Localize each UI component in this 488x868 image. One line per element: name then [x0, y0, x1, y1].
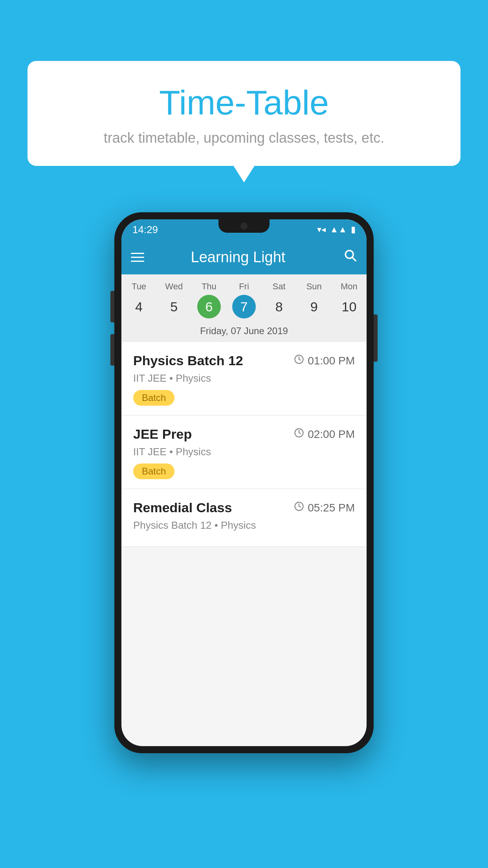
- bubble-title: Time-Table: [51, 83, 437, 123]
- svg-line-1: [352, 257, 356, 261]
- schedule-list: Physics Batch 12 01:00 PM IIT JEE • Phys…: [121, 342, 367, 547]
- time-value: 02:00 PM: [308, 428, 355, 441]
- item-meta: Physics Batch 12 • Physics: [133, 519, 355, 531]
- day-name: Fri: [239, 281, 249, 292]
- app-title: Learning Light: [132, 249, 344, 266]
- day-name: Thu: [202, 281, 216, 292]
- item-time: 05:25 PM: [294, 501, 355, 515]
- day-name: Mon: [341, 281, 358, 292]
- item-header: Physics Batch 12 01:00 PM: [133, 353, 355, 368]
- calendar-day-6[interactable]: Thu6: [191, 281, 226, 318]
- search-button[interactable]: [344, 249, 357, 266]
- item-header: JEE Prep 02:00 PM: [133, 427, 355, 442]
- calendar-day-4[interactable]: Tue4: [121, 281, 156, 318]
- item-meta: IIT JEE • Physics: [133, 372, 355, 384]
- batch-badge: Batch: [133, 390, 174, 406]
- item-time: 01:00 PM: [294, 354, 355, 368]
- day-number: 6: [197, 295, 221, 318]
- schedule-item-0[interactable]: Physics Batch 12 01:00 PM IIT JEE • Phys…: [121, 342, 367, 416]
- signal-icon: ▲▲: [330, 224, 347, 235]
- phone-notch: [218, 219, 270, 233]
- status-time: 14:29: [132, 224, 158, 236]
- status-icons: ▾◂ ▲▲ ▮: [317, 224, 356, 235]
- calendar-day-7[interactable]: Fri7: [226, 281, 261, 318]
- item-name: JEE Prep: [133, 427, 192, 442]
- day-name: Sun: [306, 281, 322, 292]
- time-value: 05:25 PM: [308, 502, 355, 514]
- volume-down-button: [110, 334, 114, 366]
- calendar-day-8[interactable]: Sat8: [262, 281, 297, 318]
- phone-screen: 14:29 ▾◂ ▲▲ ▮ Learning Light: [121, 219, 367, 746]
- clock-icon: [294, 354, 305, 368]
- phone-shell: 14:29 ▾◂ ▲▲ ▮ Learning Light: [114, 212, 374, 753]
- day-name: Sat: [273, 281, 286, 292]
- item-meta: IIT JEE • Physics: [133, 446, 355, 458]
- power-button: [374, 314, 378, 362]
- day-name: Wed: [165, 281, 183, 292]
- calendar-day-10[interactable]: Mon10: [332, 281, 367, 318]
- batch-badge: Batch: [133, 463, 174, 479]
- day-number: 10: [337, 295, 361, 318]
- item-name: Remedial Class: [133, 500, 232, 515]
- item-header: Remedial Class 05:25 PM: [133, 500, 355, 515]
- clock-icon: [294, 501, 305, 515]
- day-number: 7: [232, 295, 256, 318]
- selected-date-label: Friday, 07 June 2019: [121, 322, 367, 342]
- item-time: 02:00 PM: [294, 427, 355, 441]
- item-name: Physics Batch 12: [133, 353, 243, 368]
- speech-bubble: Time-Table track timetable, upcoming cla…: [28, 61, 460, 166]
- bubble-subtitle: track timetable, upcoming classes, tests…: [51, 130, 437, 146]
- schedule-item-2[interactable]: Remedial Class 05:25 PM Physics Batch 12…: [121, 489, 367, 547]
- day-number: 5: [162, 295, 186, 318]
- phone-mockup: 14:29 ▾◂ ▲▲ ▮ Learning Light: [114, 212, 374, 753]
- wifi-icon: ▾◂: [317, 224, 326, 235]
- time-value: 01:00 PM: [308, 355, 355, 367]
- app-bar: Learning Light: [121, 240, 367, 274]
- day-number: 4: [127, 295, 151, 318]
- battery-icon: ▮: [351, 224, 356, 235]
- svg-point-0: [345, 250, 353, 258]
- volume-up-button: [110, 291, 114, 322]
- calendar-section: Tue4Wed5Thu6Fri7Sat8Sun9Mon10 Friday, 07…: [121, 274, 367, 342]
- schedule-item-1[interactable]: JEE Prep 02:00 PM IIT JEE • Physics Batc…: [121, 416, 367, 489]
- day-number: 8: [267, 295, 291, 318]
- calendar-days-row: Tue4Wed5Thu6Fri7Sat8Sun9Mon10: [121, 274, 367, 322]
- speech-bubble-container: Time-Table track timetable, upcoming cla…: [28, 61, 460, 166]
- day-name: Tue: [132, 281, 146, 292]
- calendar-day-9[interactable]: Sun9: [297, 281, 332, 318]
- calendar-day-5[interactable]: Wed5: [156, 281, 191, 318]
- clock-icon: [294, 427, 305, 441]
- front-camera: [240, 223, 248, 230]
- day-number: 9: [302, 295, 326, 318]
